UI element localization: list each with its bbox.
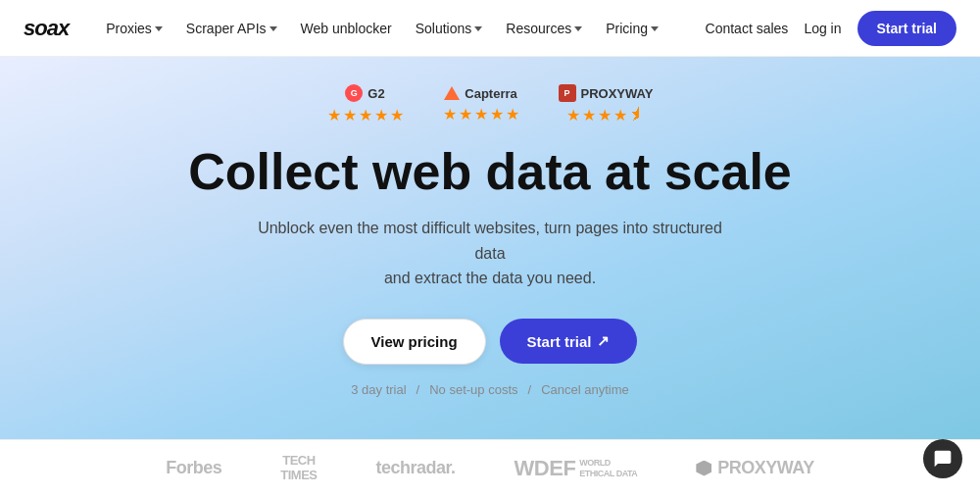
proxyway-icon: P bbox=[559, 84, 576, 102]
proxyway-footer-logo: PROXYWAY bbox=[696, 458, 813, 478]
ratings-row: G G2 ★ ★ ★ ★ ★ Capterra ★ ★ ★ ★ ★ bbox=[327, 84, 654, 124]
chevron-down-icon bbox=[574, 26, 582, 31]
trial-note-1: 3 day trial bbox=[351, 382, 406, 397]
chat-bubble[interactable] bbox=[923, 439, 962, 478]
nav-item-resources[interactable]: Resources bbox=[496, 15, 592, 42]
nav-item-solutions[interactable]: Solutions bbox=[406, 15, 493, 42]
g2-stars: ★ ★ ★ ★ ★ bbox=[327, 106, 404, 124]
start-trial-button[interactable]: Start trial bbox=[858, 11, 956, 46]
nav-right: Contact sales Log in Start trial bbox=[706, 11, 956, 46]
proxyway-label: PROXYWAY bbox=[581, 86, 654, 101]
logo[interactable]: soax bbox=[24, 16, 69, 41]
chevron-down-icon bbox=[270, 26, 277, 31]
logos-strip: Forbes TECH TIMES techradar. WDEF WORLDE… bbox=[0, 439, 980, 496]
hero-section: G G2 ★ ★ ★ ★ ★ Capterra ★ ★ ★ ★ ★ bbox=[0, 57, 980, 439]
rating-g2: G G2 ★ ★ ★ ★ ★ bbox=[327, 84, 404, 124]
capterra-stars: ★ ★ ★ ★ ★ bbox=[443, 105, 519, 124]
arrow-icon: ↗ bbox=[597, 332, 610, 350]
forbes-logo: Forbes bbox=[166, 458, 221, 478]
tech-times-logo: TECH TIMES bbox=[280, 454, 317, 482]
trial-note-3: Cancel anytime bbox=[541, 382, 629, 397]
start-trial-hero-button[interactable]: Start trial ↗ bbox=[500, 319, 638, 364]
g2-label: G2 bbox=[368, 86, 384, 101]
proxyway-stars: ★ ★ ★ ★ ⯨ bbox=[566, 106, 645, 124]
contact-sales-link[interactable]: Contact sales bbox=[706, 21, 789, 36]
nav-item-web-unblocker[interactable]: Web unblocker bbox=[291, 15, 402, 42]
capterra-icon bbox=[444, 86, 460, 100]
capterra-label: Capterra bbox=[465, 86, 516, 101]
chat-icon bbox=[933, 449, 953, 469]
nav-item-scraper-apis[interactable]: Scraper APIs bbox=[176, 15, 287, 42]
rating-capterra: Capterra ★ ★ ★ ★ ★ bbox=[443, 86, 519, 124]
nav-item-pricing[interactable]: Pricing bbox=[596, 15, 668, 42]
chevron-down-icon bbox=[474, 26, 482, 31]
star-half: ⯨ bbox=[629, 106, 645, 124]
chevron-down-icon bbox=[651, 26, 659, 31]
cta-row: View pricing Start trial ↗ bbox=[343, 319, 638, 365]
trial-note-2: No set-up costs bbox=[429, 382, 517, 397]
proxyway-hex-icon bbox=[696, 461, 711, 476]
g2-badge: G bbox=[345, 84, 363, 102]
view-pricing-button[interactable]: View pricing bbox=[343, 319, 486, 365]
nav-item-proxies[interactable]: Proxies bbox=[96, 15, 172, 42]
hero-subtitle: Unblock even the most difficult websites… bbox=[255, 216, 725, 291]
rating-proxyway: P PROXYWAY ★ ★ ★ ★ ⯨ bbox=[559, 84, 654, 124]
hero-title: Collect web data at scale bbox=[188, 144, 792, 200]
wef-logo: WDEF WORLDETHICAL DATA bbox=[514, 456, 638, 481]
navbar: soax Proxies Scraper APIs Web unblocker … bbox=[0, 0, 980, 57]
techradar-logo: techradar. bbox=[376, 458, 456, 478]
chevron-down-icon bbox=[155, 26, 163, 31]
login-button[interactable]: Log in bbox=[804, 21, 841, 36]
nav-links: Proxies Scraper APIs Web unblocker Solut… bbox=[96, 15, 705, 42]
trial-notes: 3 day trial / No set-up costs / Cancel a… bbox=[351, 382, 629, 397]
